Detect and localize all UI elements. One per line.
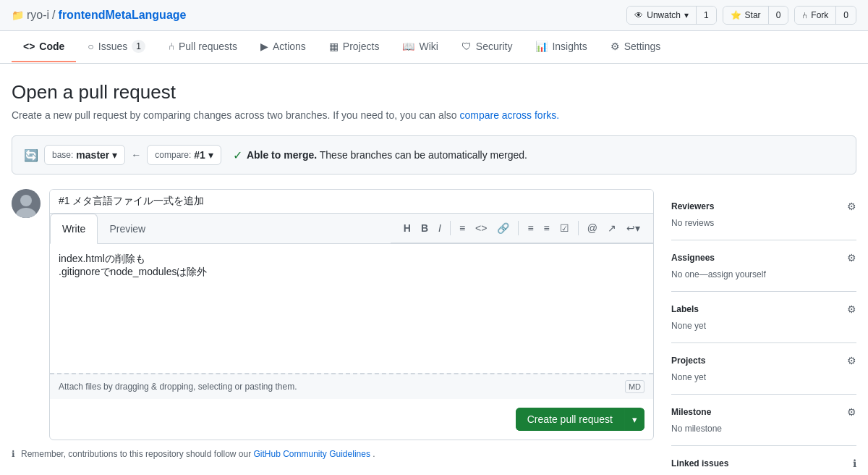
settings-icon: ⚙ (610, 41, 620, 52)
repo-name[interactable]: frontendMetaLanguage (59, 9, 187, 22)
star-count: 0 (768, 7, 788, 24)
page-subtitle: Create a new pull request by comparing c… (12, 109, 856, 121)
base-branch-select[interactable]: base: master ▾ (44, 145, 125, 165)
create-pull-request-dropdown[interactable]: ▾ (624, 408, 644, 431)
info-icon: ℹ (12, 449, 15, 459)
sidebar-milestone-header: Milestone ⚙ (671, 406, 856, 418)
main-content: Open a pull request Create a new pull re… (0, 64, 868, 475)
wiki-icon: 📖 (402, 41, 414, 52)
toolbar-quote-btn[interactable]: ≡ (455, 219, 469, 237)
tab-settings[interactable]: ⚙ Settings (599, 32, 673, 62)
insights-icon: 📊 (535, 41, 548, 52)
labels-gear-icon[interactable]: ⚙ (847, 303, 856, 315)
tab-issues-label: Issues (98, 41, 127, 52)
star-button[interactable]: ⭐ Star (723, 7, 768, 24)
watch-count: 1 (696, 7, 716, 24)
fork-button[interactable]: ⑃ Fork (795, 7, 835, 24)
merge-status-strong: Able to merge. (247, 149, 317, 161)
sidebar-projects-header: Projects ⚙ (671, 355, 856, 366)
labels-title: Labels (671, 304, 699, 314)
toolbar-bullet-btn[interactable]: ≡ (523, 219, 537, 237)
milestone-value: No milestone (671, 424, 856, 434)
star-label: Star (745, 10, 761, 20)
fork-icon: ⑃ (802, 10, 807, 20)
tab-wiki[interactable]: 📖 Wiki (391, 32, 449, 62)
pr-form: Write Preview H B I (49, 189, 654, 440)
pr-title-input[interactable] (50, 190, 653, 214)
tab-projects-label: Projects (343, 41, 380, 52)
tab-projects[interactable]: ▦ Projects (318, 32, 391, 62)
tab-code[interactable]: <> Code (12, 32, 76, 62)
community-post: . (373, 449, 375, 459)
preview-tab[interactable]: Preview (98, 214, 157, 243)
markdown-icon: MD (625, 380, 644, 393)
toolbar-numbered-btn[interactable]: ≡ (540, 219, 554, 237)
tab-actions[interactable]: ▶ Actions (249, 32, 318, 62)
write-tab[interactable]: Write (50, 214, 98, 244)
reviewers-gear-icon[interactable]: ⚙ (847, 201, 856, 212)
attach-text: Attach files by dragging & dropping, sel… (59, 382, 297, 392)
create-pull-request-button[interactable]: Create pull request (516, 408, 624, 431)
toolbar-task-btn[interactable]: ☑ (556, 219, 574, 237)
tab-actions-label: Actions (273, 41, 306, 52)
tab-code-label: Code (39, 41, 64, 52)
toolbar-divider-2 (518, 221, 519, 235)
reviewers-value: No reviews (671, 218, 856, 228)
toolbar-undo-btn[interactable]: ↩▾ (622, 219, 644, 237)
tab-wiki-label: Wiki (419, 41, 438, 52)
branch-bar: 🔄 base: master ▾ ← compare: #1 ▾ ✓ Able … (12, 135, 856, 175)
assignees-value: No one—assign yourself (671, 269, 856, 279)
community-notice: ℹ Remember, contributions to this reposi… (12, 449, 654, 459)
toolbar-mention-btn[interactable]: @ (583, 219, 602, 237)
community-guidelines-link[interactable]: GitHub Community Guidelines (254, 449, 370, 459)
issues-icon: ○ (88, 41, 93, 52)
projects-gear-icon[interactable]: ⚙ (847, 355, 856, 366)
header-actions: 👁 Unwatch ▾ 1 ⭐ Star 0 ⑃ Fork 0 (626, 6, 856, 25)
pr-body-textarea[interactable]: index.htmlの削除も .gitignoreでnode_modulesは除… (50, 244, 653, 371)
header: 📁 ryo-i / frontendMetaLanguage 👁 Unwatch… (0, 0, 868, 31)
community-pre: Remember, contributions to this reposito… (21, 449, 251, 459)
tab-security[interactable]: 🛡 Security (450, 32, 524, 62)
pull-requests-icon: ⑃ (169, 41, 174, 52)
chevron-down-icon: ▾ (112, 149, 117, 161)
sidebar-linked-issues-header: Linked issues ℹ (671, 458, 856, 469)
assignees-gear-icon[interactable]: ⚙ (847, 252, 856, 264)
compare-forks-link[interactable]: compare across forks. (459, 109, 559, 121)
chevron-down-icon-2: ▾ (208, 149, 213, 161)
fork-count: 0 (835, 7, 856, 24)
toolbar-heading-btn[interactable]: H (399, 219, 415, 237)
projects-icon: ▦ (329, 41, 339, 52)
tab-issues[interactable]: ○ Issues 1 (76, 31, 157, 63)
sidebar-labels-header: Labels ⚙ (671, 303, 856, 315)
pr-sidebar: Reviewers ⚙ No reviews Assignees ⚙ No on… (671, 189, 856, 475)
star-icon: ⭐ (731, 10, 741, 20)
milestone-gear-icon[interactable]: ⚙ (847, 406, 856, 418)
toolbar-code-btn[interactable]: <> (471, 219, 491, 237)
community-text: Remember, contributions to this reposito… (21, 449, 375, 459)
sidebar-milestone-section: Milestone ⚙ No milestone (671, 395, 856, 446)
toolbar-italic-btn[interactable]: I (434, 219, 446, 237)
reviewers-title: Reviewers (671, 201, 714, 211)
watch-button[interactable]: 👁 Unwatch ▾ (627, 7, 696, 24)
toolbar-divider-1 (450, 221, 451, 235)
shield-icon: 🛡 (461, 41, 472, 52)
compare-branch-select[interactable]: compare: #1 ▾ (147, 145, 221, 165)
tab-insights[interactable]: 📊 Insights (524, 32, 598, 62)
projects-value: None yet (671, 372, 856, 382)
attach-bar: Attach files by dragging & dropping, sel… (50, 373, 653, 399)
compare-branch-name: #1 (194, 149, 205, 161)
assignees-title: Assignees (671, 253, 715, 263)
tab-settings-label: Settings (624, 41, 661, 52)
info-icon-linked[interactable]: ℹ (853, 458, 856, 469)
linked-issues-title: Linked issues (671, 458, 728, 468)
repo-owner[interactable]: ryo-i (27, 9, 49, 22)
toolbar-link-btn[interactable]: 🔗 (493, 219, 514, 237)
milestone-title: Milestone (671, 407, 711, 417)
toolbar-ref-btn[interactable]: ↗ (603, 219, 621, 237)
sidebar-linked-issues-section: Linked issues ℹ Use Closing keywords in … (671, 446, 856, 475)
sidebar-reviewers-header: Reviewers ⚙ (671, 201, 856, 212)
tab-pull-requests[interactable]: ⑃ Pull requests (157, 32, 249, 62)
base-label: base: (52, 150, 73, 160)
toolbar-bold-btn[interactable]: B (417, 219, 433, 237)
pr-main: Write Preview H B I (12, 189, 654, 475)
